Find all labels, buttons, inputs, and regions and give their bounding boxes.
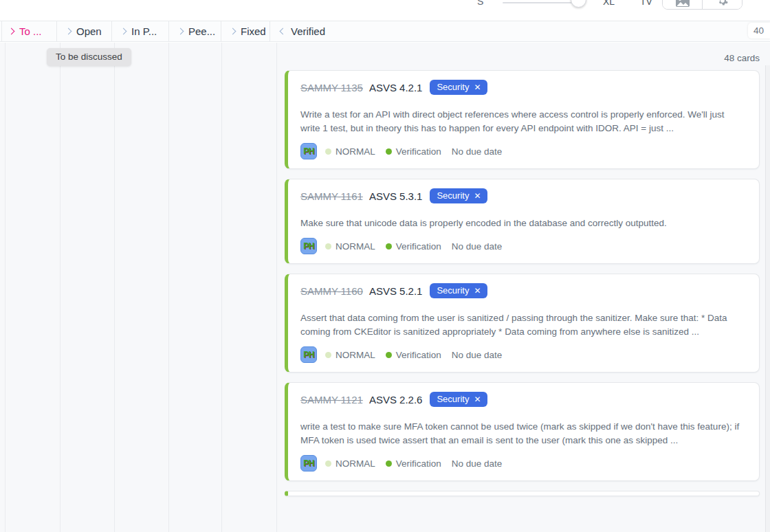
card-description: Make sure that unicode data is properly … — [300, 217, 746, 230]
image-button[interactable] — [663, 0, 702, 9]
card-title: ASVS 2.2.6 — [369, 394, 423, 406]
priority-field: NORMAL — [325, 350, 375, 360]
card-size-max-label: XL — [603, 0, 615, 7]
remove-tag-icon[interactable]: ✕ — [474, 287, 481, 295]
security-tag[interactable]: Security ✕ — [430, 392, 487, 407]
chevron-right-icon — [8, 28, 15, 35]
stage-field: Verification — [386, 458, 441, 469]
due-date-label: No due date — [452, 241, 503, 252]
column-label: Fixed — [241, 25, 266, 37]
card[interactable]: SAMMY-1135 ASVS 4.2.1 Security ✕ Write a… — [285, 70, 760, 169]
priority-label: NORMAL — [336, 241, 375, 252]
card[interactable]: SAMMY-1121 ASVS 2.2.6 Security ✕ write a… — [285, 382, 760, 481]
priority-label: NORMAL — [336, 350, 375, 360]
column-count-badge: 40 — [748, 23, 770, 38]
avatar: PH — [300, 346, 317, 363]
card-title: ASVS 4.2.1 — [369, 82, 423, 93]
board-body: 48 cards SAMMY-1135 ASVS 4.2.1 Security … — [0, 43, 770, 532]
card-size-min-label: S — [477, 0, 483, 7]
priority-dot-icon — [325, 461, 331, 467]
priority-label: NORMAL — [336, 458, 375, 469]
card-title: ASVS 5.2.1 — [369, 285, 423, 297]
card-key[interactable]: SAMMY-1135 — [300, 82, 363, 93]
column-divider — [276, 43, 277, 532]
security-tag[interactable]: Security ✕ — [430, 283, 487, 298]
due-date-label: No due date — [452, 350, 503, 360]
stage-label: Verification — [396, 241, 441, 252]
kanban-board-screen: S XL TV To ... — [0, 0, 770, 532]
stage-label: Verification — [396, 146, 441, 157]
stage-dot-icon — [386, 148, 392, 155]
column-divider — [168, 43, 169, 532]
stage-field: Verification — [386, 146, 441, 157]
priority-dot-icon — [325, 352, 331, 358]
settings-button[interactable] — [702, 0, 742, 9]
stage-field: Verification — [386, 241, 441, 252]
stage-field: Verification — [386, 350, 441, 360]
card-header: SAMMY-1160 ASVS 5.2.1 Security ✕ — [300, 283, 746, 298]
column-divider — [221, 43, 222, 532]
card-description: Write a test for an API with direct obje… — [300, 108, 746, 135]
toolbar-button-group — [662, 0, 742, 10]
due-date-label: No due date — [452, 458, 503, 469]
column-label: Open — [76, 25, 102, 37]
column-header-peer-review[interactable]: Pee... — [169, 21, 221, 41]
priority-field: NORMAL — [325, 458, 375, 469]
chevron-right-icon — [177, 28, 184, 35]
column-divider — [60, 43, 60, 532]
column-label: In P... — [131, 25, 157, 37]
tooltip: To be discussed — [47, 48, 131, 66]
cards-count-label: 48 cards — [724, 53, 760, 63]
card[interactable]: SAMMY-1161 ASVS 5.3.1 Security ✕ Make su… — [285, 179, 760, 264]
card-key[interactable]: SAMMY-1161 — [300, 190, 363, 202]
avatar: PH — [300, 455, 317, 472]
column-divider — [5, 43, 6, 532]
avatar: PH — [300, 238, 317, 254]
priority-label: NORMAL — [336, 146, 375, 157]
column-divider — [114, 43, 115, 532]
verified-card-list: SAMMY-1135 ASVS 4.2.1 Security ✕ Write a… — [285, 70, 760, 496]
card-key[interactable]: SAMMY-1121 — [300, 394, 363, 406]
image-icon — [676, 0, 690, 7]
tag-label: Security — [437, 285, 469, 296]
priority-dot-icon — [325, 243, 331, 250]
column-header-in-progress[interactable]: In P... — [112, 21, 169, 41]
card[interactable]: SAMMY-1160 ASVS 5.2.1 Security ✕ Assert … — [285, 274, 760, 373]
priority-field: NORMAL — [325, 146, 375, 157]
column-label: Pee... — [188, 25, 215, 37]
remove-tag-icon[interactable]: ✕ — [474, 192, 481, 200]
card-footer: PH NORMAL Verification No due date — [300, 143, 746, 159]
chevron-right-icon — [65, 28, 72, 35]
card-description: write a test to make sure MFA token cann… — [300, 420, 746, 447]
column-header-row: To ... Open In P... Pee... Fixed Verifie… — [0, 21, 770, 42]
column-label: Verified — [291, 25, 325, 37]
security-tag[interactable]: Security ✕ — [430, 80, 487, 95]
card-header: SAMMY-1161 ASVS 5.3.1 Security ✕ — [300, 188, 746, 203]
remove-tag-icon[interactable]: ✕ — [474, 395, 481, 403]
card-partially-visible[interactable] — [285, 491, 760, 496]
tag-label: Security — [437, 82, 469, 92]
column-header-verified[interactable]: Verified 40 — [270, 21, 770, 41]
card-size-slider-handle[interactable] — [571, 0, 586, 8]
tv-mode-label[interactable]: TV — [640, 0, 652, 7]
priority-dot-icon — [325, 148, 331, 155]
stage-label: Verification — [396, 350, 441, 360]
card-footer: PH NORMAL Verification No due date — [300, 238, 746, 254]
stage-label: Verification — [396, 458, 441, 469]
card-title: ASVS 5.3.1 — [369, 190, 423, 202]
toolbar: S XL TV — [0, 0, 770, 16]
remove-tag-icon[interactable]: ✕ — [474, 83, 481, 91]
chevron-left-icon — [280, 28, 287, 35]
vertical-scrollbar[interactable] — [765, 65, 770, 532]
card-header: SAMMY-1135 ASVS 4.2.1 Security ✕ — [300, 80, 746, 95]
due-date-label: No due date — [452, 146, 503, 157]
security-tag[interactable]: Security ✕ — [430, 188, 487, 203]
column-header-to-be-discussed[interactable]: To ... — [0, 21, 57, 41]
stage-dot-icon — [386, 461, 392, 467]
card-key[interactable]: SAMMY-1160 — [300, 285, 363, 297]
tag-label: Security — [437, 394, 469, 404]
column-header-fixed[interactable]: Fixed — [221, 21, 270, 41]
column-header-open[interactable]: Open — [57, 21, 112, 41]
avatar: PH — [300, 143, 317, 159]
tag-label: Security — [437, 190, 469, 201]
